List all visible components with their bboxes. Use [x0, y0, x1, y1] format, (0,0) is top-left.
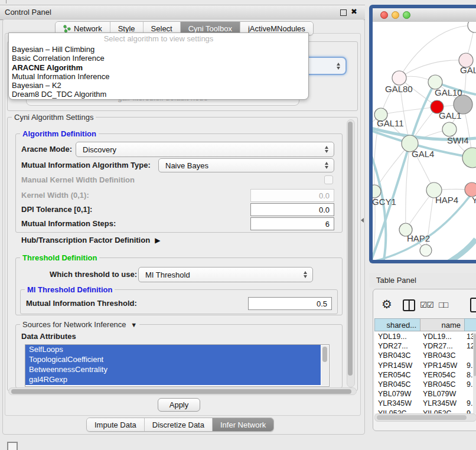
- list-item[interactable]: BetweennessCentrality: [25, 365, 321, 375]
- table-row[interactable]: YBR045CYBR045C9.: [374, 380, 476, 389]
- scrollbar-thumb[interactable]: [322, 347, 327, 362]
- float-panel-icon[interactable]: [340, 9, 347, 16]
- mi-steps-label: Mutual Information Steps:: [21, 217, 116, 230]
- cell[interactable]: YDL19...: [420, 332, 465, 341]
- hub-definition-toggle[interactable]: Hub/Transcription Factor Definition▶: [21, 235, 160, 246]
- network-window-titlebar[interactable]: [373, 8, 476, 22]
- cell[interactable]: YBR045C: [374, 380, 420, 389]
- data-attributes-list[interactable]: SelfLoops TopologicalCoefficient Between…: [25, 344, 330, 387]
- cell[interactable]: 9.: [465, 380, 472, 389]
- column-header-shared[interactable]: shared...: [374, 318, 420, 331]
- manual-kernel-checkbox[interactable]: [324, 175, 333, 184]
- cell[interactable]: 8.: [465, 370, 472, 380]
- mi-threshold-field[interactable]: [248, 297, 332, 310]
- cell[interactable]: YLR345W: [374, 399, 420, 408]
- node-label: HAP2: [407, 233, 430, 243]
- node-partial-bottom[interactable]: [420, 244, 432, 256]
- tab-label: Network: [74, 24, 102, 33]
- tab-impute-data[interactable]: Impute Data: [87, 418, 145, 431]
- node[interactable]: [468, 22, 476, 32]
- minimized-panel-icon[interactable]: [7, 442, 18, 450]
- cell[interactable]: YIL052C: [374, 409, 420, 414]
- cell[interactable]: YBR045C: [420, 380, 465, 389]
- cell[interactable]: YDR27...: [374, 341, 420, 351]
- tab-discretize-data[interactable]: Discretize Data: [145, 418, 213, 431]
- cell[interactable]: 9.: [465, 361, 472, 370]
- which-threshold-combo[interactable]: MI Threshold: [138, 267, 313, 282]
- cell[interactable]: YBL079W: [374, 389, 420, 399]
- cell[interactable]: YPR145W: [374, 361, 420, 370]
- table-row[interactable]: YDL19...YDL19...13: [374, 332, 476, 341]
- which-threshold-label: Which threshold to use:: [50, 267, 137, 282]
- dropdown-item[interactable]: Bayesian – K2: [9, 81, 308, 90]
- tab-label: Infer Network: [220, 420, 266, 429]
- column-header-name[interactable]: name: [420, 318, 465, 331]
- cell[interactable]: YBR043C: [374, 351, 420, 360]
- dropdown-item[interactable]: Bayesian – Hill Climbing: [9, 45, 308, 54]
- dropdown-item-aracne[interactable]: ARACNE Algorithm: [9, 63, 308, 72]
- close-panel-icon[interactable]: ✖: [351, 7, 357, 16]
- cell[interactable]: 9.: [465, 399, 472, 408]
- node-gal80[interactable]: [392, 71, 406, 85]
- table-row[interactable]: YPR145WYPR145W9.: [374, 361, 476, 370]
- dpi-tolerance-field[interactable]: [250, 203, 334, 216]
- scrollbar-thumb[interactable]: [474, 334, 476, 376]
- cell[interactable]: YPR145W: [420, 361, 465, 370]
- table-row[interactable]: YER054CYER054C8.: [374, 370, 476, 380]
- table-horizontal-scrollbar[interactable]: [374, 413, 476, 422]
- cell[interactable]: [465, 389, 467, 399]
- tab-label: Impute Data: [94, 420, 136, 429]
- sources-legend[interactable]: Sources for Network Inference ▼: [20, 320, 139, 329]
- cell[interactable]: YIL052C: [420, 409, 465, 414]
- settings-vertical-scrollbar[interactable]: [347, 119, 355, 387]
- aracne-mode-combo[interactable]: Discovery: [76, 142, 334, 157]
- table-row[interactable]: YBR043CYBR043C: [374, 351, 476, 360]
- table-row[interactable]: YBL079WYBL079W: [374, 389, 476, 399]
- scrollbar-thumb[interactable]: [11, 389, 351, 394]
- scrollbar-thumb[interactable]: [377, 415, 467, 420]
- close-window-icon[interactable]: [380, 11, 388, 19]
- cell[interactable]: YDL19...: [374, 332, 420, 341]
- control-panel-title: Control Panel: [5, 8, 51, 17]
- cell[interactable]: YBR043C: [420, 351, 465, 360]
- node-swi4[interactable]: [442, 122, 457, 136]
- tab-infer-network[interactable]: Infer Network: [213, 418, 273, 431]
- list-item[interactable]: gal4RGexp: [25, 375, 321, 385]
- document-icon-partial[interactable]: [470, 298, 476, 312]
- list-vertical-scrollbar[interactable]: [321, 345, 328, 386]
- mi-type-combo[interactable]: Naive Bayes: [158, 158, 334, 172]
- dropdown-item[interactable]: Basic Correlation Inference: [9, 54, 308, 63]
- dropdown-item[interactable]: Mutual Information Inference: [9, 72, 308, 81]
- mi-type-value: Naive Bayes: [165, 161, 208, 170]
- panel-collapse-arrow-icon[interactable]: [361, 218, 364, 223]
- select-all-checkboxes-icon[interactable]: ☑☑: [420, 300, 433, 309]
- cell[interactable]: YER054C: [420, 370, 465, 380]
- minimize-window-icon[interactable]: [392, 11, 399, 19]
- dpi-tolerance-label: DPI Tolerance [0,1]:: [21, 203, 92, 216]
- list-item[interactable]: TopologicalCoefficient: [25, 355, 321, 365]
- zoom-window-icon[interactable]: [403, 11, 410, 19]
- dropdown-item[interactable]: Dream8 DC_TDC Algorithm: [9, 90, 308, 99]
- split-columns-icon[interactable]: [403, 299, 415, 311]
- cell[interactable]: YLR345W: [420, 399, 465, 408]
- gear-icon[interactable]: ⚙: [382, 297, 392, 311]
- list-item[interactable]: SelfLoops: [25, 345, 321, 355]
- cell[interactable]: YDR27...: [420, 341, 465, 351]
- cell[interactable]: [465, 351, 467, 360]
- network-view[interactable]: GAL GAL80 GAL10 GAL1 GAL11 SWI4 GAL4 GCY…: [373, 22, 476, 260]
- table-vertical-scrollbar[interactable]: [473, 332, 476, 413]
- deselect-all-checkboxes-icon[interactable]: □□: [439, 300, 448, 309]
- cell[interactable]: YBL079W: [420, 389, 465, 399]
- cell[interactable]: 9.: [465, 409, 472, 414]
- table-row[interactable]: YLR345WYLR345W9.: [374, 399, 476, 408]
- column-header-partial[interactable]: [464, 318, 476, 331]
- node-table[interactable]: YDL19...YDL19...13 YDR27...YDR27...12 YB…: [374, 332, 476, 413]
- apply-button[interactable]: Apply: [158, 398, 200, 412]
- table-row[interactable]: YDR27...YDR27...12: [374, 341, 476, 351]
- scrollbar-thumb[interactable]: [348, 122, 353, 376]
- mi-steps-field[interactable]: [250, 217, 334, 230]
- cell[interactable]: YER054C: [374, 370, 420, 380]
- table-row[interactable]: YIL052CYIL052C9.: [374, 409, 476, 414]
- table-panel-title: Table Panel: [376, 276, 416, 285]
- settings-horizontal-scrollbar[interactable]: [8, 387, 357, 395]
